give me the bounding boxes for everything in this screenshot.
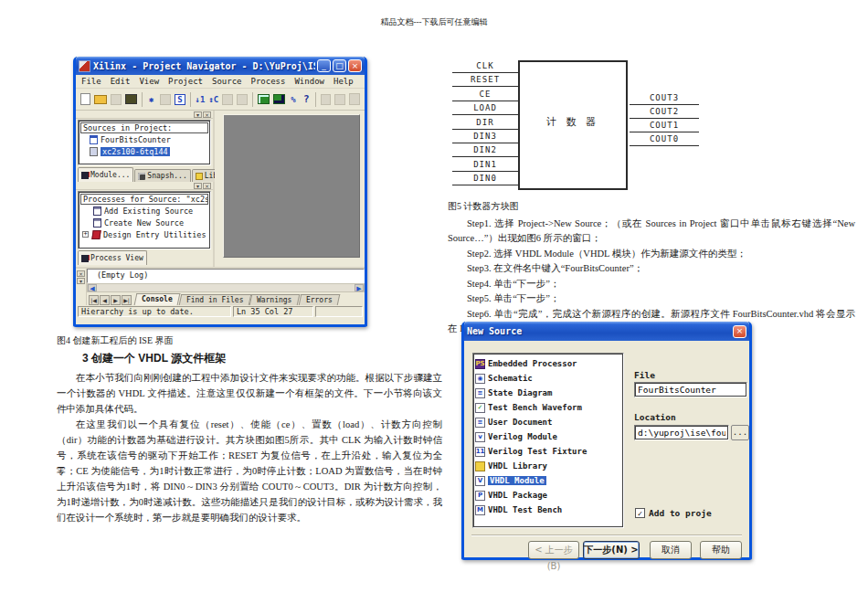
tab-errors[interactable]: Errors	[299, 294, 340, 305]
help-button[interactable]: 帮助	[700, 541, 742, 559]
project-icon[interactable]	[125, 94, 137, 104]
source-doc-icon	[90, 135, 98, 144]
source-item-device[interactable]: xc2s100-6tq144	[80, 145, 208, 157]
help-icon[interactable]: ?	[301, 92, 312, 107]
step-2: Step2. 选择 VHDL Module（VHDL 模块）作为新建源文件的类型…	[448, 247, 855, 262]
paste-icon[interactable]	[349, 93, 360, 105]
minimize-button[interactable]: _	[317, 59, 331, 72]
menu-help[interactable]: Help	[333, 77, 354, 86]
refresh-icon[interactable]: ↕C	[207, 92, 219, 107]
expand-plus-icon[interactable]: +	[82, 231, 89, 238]
browse-button[interactable]: ...	[731, 425, 749, 440]
open-folder-icon[interactable]	[94, 95, 107, 104]
vhdl-package-icon: P	[475, 491, 485, 501]
console-hscrollbar[interactable]: ◀ ▶	[87, 283, 365, 292]
tab-scroll-prev-icon[interactable]: ◀	[100, 295, 110, 305]
menu-source[interactable]: Source	[212, 77, 242, 86]
status-extra	[315, 306, 363, 317]
stop-icon[interactable]	[237, 94, 248, 105]
list-item-state-diagram[interactable]: ≡State Diagram	[475, 386, 621, 400]
tab-module-view[interactable]: Module...	[78, 167, 133, 182]
paragraph-1: 在本小节我们向刚刚创建的工程中添加设计文件来实现要求的功能。根据以下步骤建立一个…	[57, 370, 442, 417]
menu-edit[interactable]: Edit	[111, 77, 131, 86]
tab-scroll-next-icon[interactable]: ▶	[111, 295, 121, 305]
new-file-icon[interactable]	[80, 93, 90, 105]
maximize-button[interactable]: □	[333, 59, 346, 72]
dialog-separator	[471, 535, 742, 536]
copy-icon[interactable]	[334, 94, 345, 105]
xilinx-app-icon	[79, 60, 90, 72]
check-icon[interactable]	[222, 94, 233, 105]
console-float-icon[interactable]: ▾	[77, 278, 85, 284]
title-bar[interactable]: Xilinx - Project Navigator - D:\YuProj\I…	[76, 57, 365, 75]
list-item-vhdl-test-bench[interactable]: MVHDL Test Bench	[475, 503, 621, 517]
list-item-test-bench-waveform[interactable]: ✓Test Bench Waveform	[475, 400, 621, 415]
pane-close-icon[interactable]: ×	[203, 183, 211, 189]
tab-warnings[interactable]: Warnings	[249, 294, 300, 305]
list-item-vhdl-library[interactable]: VHDL Library	[475, 459, 621, 473]
add-to-project-row[interactable]: ✓ Add to proje	[635, 508, 712, 518]
list-item-verilog-module[interactable]: vVerilog Module	[475, 429, 621, 444]
pane-close-icon[interactable]: ×	[203, 111, 211, 118]
back-button[interactable]: < 上一步(B)	[528, 541, 579, 559]
save-icon[interactable]	[111, 94, 122, 105]
tab-snapshot-view[interactable]: Snapsh...	[134, 169, 190, 182]
signal-cout0: COUT0	[630, 134, 699, 146]
list-item-vhdl-package[interactable]: PVHDL Package	[475, 488, 621, 503]
cut-icon[interactable]	[321, 94, 331, 105]
tab-scroll-first-icon[interactable]: |◀	[89, 295, 99, 305]
menu-project[interactable]: Project	[168, 77, 203, 86]
cancel-button[interactable]: 取消	[650, 541, 692, 559]
process-design-entry-utilities[interactable]: + Design Entry Utilities	[80, 228, 208, 240]
console-close-icon[interactable]: ×	[77, 270, 85, 277]
tab-scroll-last-icon[interactable]: ▶|	[122, 295, 132, 305]
location-input[interactable]	[634, 425, 729, 440]
list-item-user-document[interactable]: ≡User Document	[475, 415, 621, 429]
list-item-embedded-processor[interactable]: PSEmbedded Processor	[475, 356, 621, 371]
checkbox-checked-icon[interactable]: ✓	[635, 508, 645, 518]
process-add-existing-source[interactable]: Add Existing Source	[80, 205, 208, 217]
menu-file[interactable]: File	[81, 77, 101, 86]
console-log[interactable]: (Empty Log)	[87, 269, 365, 283]
tab-process-view[interactable]: Process View	[78, 250, 147, 265]
dialog-title-bar[interactable]: New Source ×	[464, 322, 749, 341]
signal-din3: DIN3	[452, 132, 518, 143]
cursor-position: Ln 35 Col 27	[233, 306, 313, 317]
source-type-list[interactable]: PSEmbedded Processor ◉Schematic ≡State D…	[472, 353, 624, 528]
utilities-icon	[91, 230, 101, 239]
new-source-icon[interactable]: ✱	[146, 92, 157, 107]
status-message: Hierarchy is up to date.	[78, 306, 231, 317]
new-source-dialog: New Source × PSEmbedded Processor ◉Schem…	[461, 322, 752, 560]
pane-float-icon[interactable]: ▾	[194, 111, 202, 118]
scroll-left-icon[interactable]: ◀	[88, 284, 97, 291]
schematic-icon[interactable]: S	[175, 94, 185, 105]
menu-view[interactable]: View	[139, 77, 159, 86]
source-item-fourbitscounter[interactable]: FourBitsCounter	[80, 133, 208, 145]
close-button[interactable]: ×	[348, 59, 362, 72]
list-item-vhdl-module[interactable]: VVHDL Module	[475, 473, 621, 488]
scroll-right-icon[interactable]: ▶	[355, 284, 364, 291]
dialog-close-icon[interactable]: ×	[733, 325, 746, 338]
process-create-new-source[interactable]: Create New Source	[80, 217, 208, 228]
library-book-icon	[196, 173, 203, 180]
pane-float-icon[interactable]: ▾	[194, 183, 202, 189]
signal-din2: DIN2	[452, 145, 518, 157]
status-bar: Hierarchy is up to date. Ln 35 Col 27	[76, 305, 365, 318]
list-item-verilog-test-fixture[interactable]: 11Verilog Test Fixture	[475, 444, 621, 459]
edit-icon[interactable]	[160, 94, 171, 105]
device-chip-icon	[90, 147, 98, 156]
menu-window[interactable]: Window	[294, 77, 324, 86]
percent-icon[interactable]: %	[288, 92, 299, 107]
list-item-schematic[interactable]: ◉Schematic	[475, 371, 621, 386]
tab-console[interactable]: Console	[134, 293, 180, 305]
implement-icon[interactable]	[258, 94, 270, 104]
tab-find-in-files[interactable]: Find in Files	[178, 294, 250, 305]
console-pane: × ▾ (Empty Log) ◀ ▶ |◀ ◀ ▶ ▶| Console Fi…	[76, 267, 365, 305]
menu-process[interactable]: Process	[251, 77, 286, 86]
sort-icon[interactable]: ↓1	[195, 92, 206, 107]
document-icon: ≡	[475, 418, 485, 428]
file-name-input[interactable]	[634, 382, 747, 397]
vhdl-testbench-icon: M	[475, 505, 485, 515]
view-icon[interactable]	[273, 94, 285, 104]
next-button[interactable]: 下一步(N) >	[583, 541, 640, 559]
